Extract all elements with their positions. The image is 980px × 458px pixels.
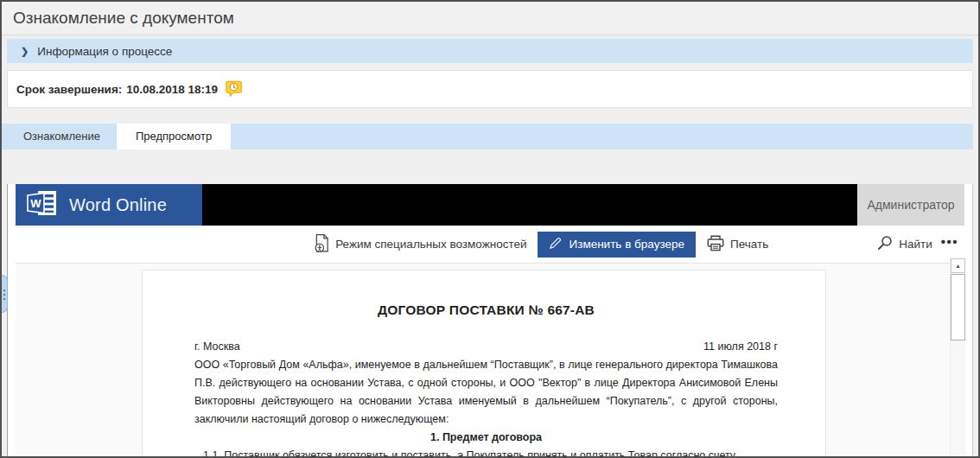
find-button[interactable]: Найти — [877, 235, 932, 253]
document-section-heading: 1. Предмет договора — [194, 429, 778, 447]
titlebar-spacer — [202, 184, 857, 226]
print-label: Печать — [730, 238, 768, 251]
user-name-button[interactable]: Администратор — [857, 184, 964, 226]
document-city: г. Москва — [194, 338, 240, 356]
scroll-up-button[interactable]: ▲ — [951, 258, 965, 273]
document-clause: 1.1. Поставщик обязуется изготовить и по… — [194, 447, 778, 456]
process-info-expander[interactable]: ❯ Информация о процессе — [7, 39, 973, 63]
chevron-right-icon: ❯ — [21, 46, 29, 57]
tab-predprosmotr[interactable]: Предпросмотр — [119, 124, 231, 149]
print-button[interactable]: Печать — [707, 235, 768, 254]
word-logo-letter: W — [30, 197, 41, 210]
app-window: Ознакомление с документом ❯ Информация о… — [0, 0, 980, 458]
printer-icon — [707, 235, 724, 254]
viewer-toolbar: Режим специальных возможностей Изменить … — [16, 226, 964, 264]
deadline-label: Срок завершения: — [16, 83, 122, 96]
document-scrollbar[interactable]: ▲ — [950, 258, 965, 456]
word-online-viewer: W Word Online Администратор — [16, 184, 964, 456]
document-meta-line: г. Москва 11 июля 2018 г — [194, 338, 778, 356]
pencil-icon — [549, 237, 562, 252]
word-online-brand: W Word Online — [16, 184, 202, 226]
scrollbar-thumb[interactable] — [951, 274, 965, 340]
more-options-button[interactable]: ••• — [941, 234, 958, 254]
viewer-header: W Word Online Администратор — [16, 184, 964, 226]
edit-in-browser-label: Изменить в браузере — [569, 238, 684, 251]
deadline-row: Срок завершения: 10.08.2018 18:19 — [7, 70, 973, 108]
tab-bar: Ознакомление Предпросмотр — [2, 124, 973, 149]
find-label: Найти — [899, 238, 932, 251]
side-panel-handle[interactable] — [2, 275, 8, 313]
document-canvas: ДОГОВОР ПОСТАВКИ № 667-АВ г. Москва 11 и… — [16, 264, 964, 456]
word-logo-icon: W — [27, 188, 58, 221]
edit-in-browser-button[interactable]: Изменить в браузере — [538, 232, 695, 258]
process-info-label: Информация о процессе — [37, 45, 172, 58]
page-title: Ознакомление с документом — [2, 2, 978, 35]
document-paragraph: ООО «Торговый Дом «Альфа», именуемое в д… — [194, 356, 778, 429]
document-page: ДОГОВОР ПОСТАВКИ № 667-АВ г. Москва 11 и… — [142, 270, 826, 456]
tab-oznakomlenie[interactable]: Ознакомление — [7, 124, 119, 149]
tab-content-panel: W Word Online Администратор — [7, 184, 973, 458]
brand-label: Word Online — [69, 195, 167, 215]
document-date: 11 июля 2018 г — [703, 338, 778, 356]
deadline-value: 10.08.2018 18:19 — [126, 83, 218, 96]
accessibility-mode-button[interactable]: Режим специальных возможностей — [315, 233, 526, 256]
accessibility-document-icon — [315, 233, 329, 256]
magnifier-icon — [877, 235, 893, 253]
reminder-clock-icon[interactable] — [226, 80, 242, 98]
document-title: ДОГОВОР ПОСТАВКИ № 667-АВ — [194, 302, 778, 318]
accessibility-mode-label: Режим специальных возможностей — [335, 238, 526, 251]
